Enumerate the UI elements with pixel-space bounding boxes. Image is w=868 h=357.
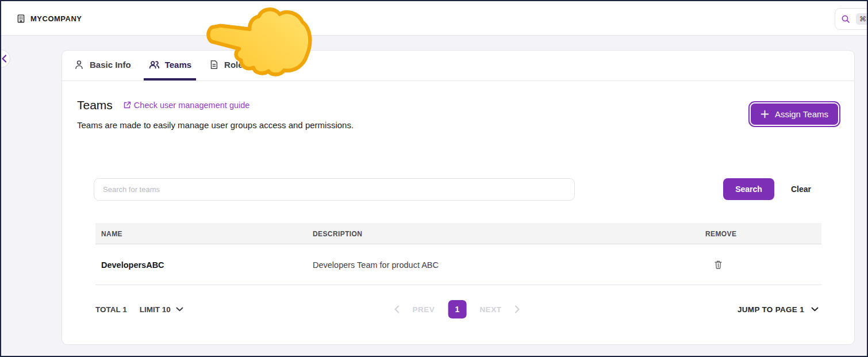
pagination-center: PREV 1 NEXT	[394, 299, 520, 320]
trash-icon	[715, 260, 722, 269]
section-description: Teams are made to easily manage user gro…	[77, 120, 354, 130]
pagination-left: TOTAL 1 LIMIT 10	[95, 299, 183, 320]
tab-label: Roles	[224, 60, 248, 70]
user-icon	[74, 59, 85, 70]
next-button[interactable]: NEXT	[479, 305, 501, 314]
building-icon	[16, 14, 26, 24]
tab-bar: Basic Info Teams	[62, 51, 854, 81]
tab-roles[interactable]: Roles	[204, 51, 252, 80]
document-icon	[209, 59, 219, 70]
chevron-down-icon	[176, 307, 183, 312]
search-button[interactable]: Search	[723, 178, 774, 200]
team-name-cell: DevelopersABC	[101, 244, 164, 285]
chevron-left-icon[interactable]	[394, 305, 400, 313]
tab-basic-info[interactable]: Basic Info	[69, 51, 136, 80]
company-brand: MYCOMPANY	[16, 1, 82, 36]
tab-teams[interactable]: Teams	[144, 51, 196, 80]
chevron-left-icon	[1, 55, 7, 63]
page: MYCOMPANY ⌘K	[0, 0, 868, 357]
assign-teams-label: Assign Teams	[775, 109, 828, 119]
back-button[interactable]	[0, 49, 10, 68]
people-icon	[148, 59, 160, 70]
tab-label: Teams	[165, 60, 191, 70]
limit-selector[interactable]: LIMIT 10	[140, 305, 183, 314]
prev-button[interactable]: PREV	[413, 305, 435, 314]
chevron-down-icon	[811, 307, 819, 312]
search-icon	[841, 14, 850, 24]
keyboard-shortcut-badge: ⌘K	[856, 13, 868, 25]
chevron-right-icon[interactable]	[514, 305, 520, 313]
global-search-button[interactable]: ⌘K	[835, 8, 868, 30]
tab-label: Basic Info	[90, 60, 131, 70]
remove-team-button[interactable]	[712, 258, 724, 271]
clear-button[interactable]: Clear	[786, 178, 816, 200]
user-management-guide-link[interactable]: Check user management guide	[123, 101, 250, 110]
jump-to-page-selector[interactable]: JUMP TO PAGE 1	[738, 299, 819, 320]
pagination-bar: TOTAL 1 LIMIT 10 PREV 1	[95, 299, 819, 320]
teams-search-input[interactable]	[94, 178, 575, 201]
column-header-name: NAME	[101, 223, 122, 244]
table-header-row: NAME DESCRIPTION REMOVE	[95, 223, 821, 244]
table-row: DevelopersABC Developers Team for produc…	[95, 244, 821, 285]
page-title: Teams	[77, 98, 113, 112]
company-name: MYCOMPANY	[30, 14, 82, 23]
team-description-cell: Developers Team for product ABC	[313, 244, 439, 285]
assign-teams-button[interactable]: Assign Teams	[751, 103, 838, 125]
total-count: TOTAL 1	[95, 305, 127, 314]
current-page-button[interactable]: 1	[448, 300, 466, 318]
plus-icon	[761, 110, 769, 118]
external-link-icon	[123, 101, 131, 109]
jump-to-page-label: JUMP TO PAGE 1	[738, 305, 804, 314]
assign-teams-focus-ring: Assign Teams	[748, 101, 840, 127]
user-management-card: Basic Info Teams	[62, 50, 855, 345]
teams-table: NAME DESCRIPTION REMOVE DevelopersABC De…	[95, 223, 821, 285]
column-header-remove: REMOVE	[705, 223, 736, 244]
section-title-row: Teams Check user management guide	[77, 98, 249, 112]
column-header-description: DESCRIPTION	[313, 223, 362, 244]
top-header: MYCOMPANY ⌘K	[1, 1, 867, 36]
guide-link-label: Check user management guide	[134, 101, 250, 110]
limit-label: LIMIT 10	[140, 305, 171, 314]
